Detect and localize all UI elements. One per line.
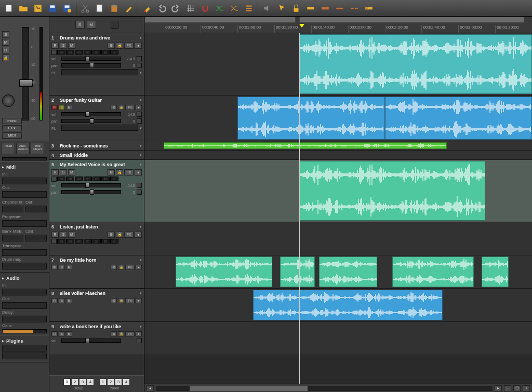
track-solo-button[interactable]: S	[59, 105, 65, 110]
setup-preset-button[interactable]: 4	[87, 379, 94, 386]
track-record-button[interactable]: R	[51, 331, 58, 336]
track-extra-button[interactable]: FX	[125, 298, 135, 303]
track-lane[interactable]	[144, 322, 532, 355]
track-name[interactable]: alles voller Flaechen	[60, 291, 138, 296]
new-doc-icon[interactable]	[94, 3, 105, 14]
header-solo-button[interactable]: S	[75, 21, 85, 29]
master-solo-button[interactable]: S	[2, 31, 9, 38]
track-lane[interactable]	[144, 96, 532, 141]
snap-icon[interactable]	[200, 3, 211, 14]
track-lane[interactable]	[144, 33, 532, 96]
midi-out-dropdown[interactable]	[2, 191, 47, 198]
track-solo-button[interactable]: S	[59, 298, 65, 303]
save-icon[interactable]	[47, 3, 58, 14]
track-extra-button[interactable]: ●	[135, 232, 142, 238]
track-record-button[interactable]: R	[51, 232, 59, 238]
audio-clip[interactable]	[482, 256, 509, 287]
audio-clip[interactable]	[176, 256, 273, 287]
track-solo-button[interactable]: S	[59, 331, 65, 336]
track-extra-button[interactable]: 🔒	[118, 265, 124, 270]
grid-icon[interactable]	[185, 3, 196, 14]
plugin-slot[interactable]	[2, 353, 47, 359]
track-name[interactable]: Drums invite and drive	[60, 35, 138, 40]
track-extra-button[interactable]: ⚙	[108, 232, 115, 238]
track-header[interactable]: 7Be my little horn▾RSM⚙🔒FX●	[49, 255, 144, 289]
track-extra-button[interactable]: ⚙	[108, 43, 115, 49]
track-solo-button[interactable]: S	[60, 169, 67, 175]
track-lane[interactable]	[144, 255, 532, 289]
track-name[interactable]: My Selected Voice is so great	[60, 162, 138, 167]
track-record-button[interactable]: R	[51, 43, 59, 49]
track-name[interactable]: Rock me - sometimes	[60, 143, 138, 148]
track-extra-button[interactable]: FX	[124, 232, 134, 238]
scroll-right-button[interactable]: ▸	[495, 385, 502, 391]
audio-clip[interactable]	[299, 161, 485, 221]
plugins-panel-header[interactable]: Plugins	[2, 337, 47, 345]
track-record-button[interactable]: R	[51, 298, 58, 303]
timeline-ruler[interactable]: 00:00:20:0000:00:40:0000:01:00:0000:01:2…	[144, 17, 532, 33]
vol-slider[interactable]	[61, 339, 121, 343]
midi-panel-header[interactable]: Midi	[2, 164, 47, 171]
paste-icon[interactable]	[109, 3, 120, 14]
track-header[interactable]: 6Listen, just listen▾RSM⚙🔒FX●60504030201…	[49, 222, 144, 255]
header-mute-button[interactable]: M	[87, 21, 96, 29]
zoom-preset-button[interactable]: 3	[115, 379, 122, 386]
audio-clip[interactable]	[385, 97, 532, 140]
track-mute-button[interactable]: M	[68, 169, 75, 175]
track-menu-icon[interactable]: ▾	[140, 225, 142, 229]
pan-slider[interactable]	[61, 190, 121, 194]
clip-lanes[interactable]	[144, 33, 532, 384]
slider-icon[interactable]	[137, 118, 142, 124]
track-menu-icon[interactable]: ▾	[140, 291, 142, 295]
track-solo-button[interactable]: S	[60, 232, 67, 238]
undo-icon[interactable]	[156, 3, 167, 14]
track-header[interactable]: 9write a book here if you like▾RSM⚙🔒FX●v…	[49, 322, 144, 355]
track-mute-button[interactable]: M	[66, 265, 72, 270]
track-menu-icon[interactable]: ▾	[140, 163, 142, 167]
pl-dropdown[interactable]	[61, 69, 138, 75]
track-menu-icon[interactable]: ▾	[140, 144, 142, 148]
open-folder-icon[interactable]	[18, 3, 29, 14]
pan-slider[interactable]	[61, 63, 121, 67]
audio-file-icon[interactable]	[32, 3, 44, 14]
track-extra-button[interactable]: ●	[136, 265, 142, 270]
track-extra-button[interactable]: 🔒	[118, 105, 124, 110]
track-extra-button[interactable]: ⚙	[111, 298, 117, 303]
track-header[interactable]: 5My Selected Voice is so great▾RSM⚙🔒FX●6…	[49, 160, 144, 222]
track-mute-button[interactable]: M	[66, 105, 72, 110]
slider-icon[interactable]	[137, 190, 142, 195]
mono-button[interactable]: mono	[2, 118, 22, 124]
track-extra-button[interactable]: ⚙	[111, 105, 117, 110]
scroll-thumb[interactable]	[156, 386, 493, 391]
scroll-left-button[interactable]: ◂	[147, 385, 154, 391]
midi-chin-dropdown[interactable]	[2, 206, 23, 212]
lock-icon[interactable]	[290, 3, 302, 14]
track-extra-button[interactable]: 🔒	[118, 298, 124, 303]
midi-msb-dropdown[interactable]	[2, 235, 23, 241]
track-extra-button[interactable]: 🔒	[116, 232, 123, 238]
midi-in-dropdown[interactable]	[2, 178, 47, 184]
track-extra-button[interactable]: 🔒	[116, 43, 123, 49]
track-menu-icon[interactable]: ▾	[140, 258, 142, 262]
fx-button[interactable]: FX ▾	[2, 125, 22, 131]
zoom-preset-button[interactable]: 4	[123, 379, 130, 386]
pl-dropdown[interactable]	[61, 125, 138, 131]
track-name[interactable]: Small Riddle	[60, 153, 138, 158]
h-scrollbar[interactable]: ◂ ▸ − ⊡ +	[144, 384, 532, 392]
track-extra-button[interactable]: ●	[136, 331, 142, 336]
midi-lsb-dropdown[interactable]	[25, 235, 47, 241]
track-extra-button[interactable]: ●	[135, 169, 142, 175]
slider-icon[interactable]	[137, 338, 142, 343]
master-mute-button[interactable]: M	[2, 39, 9, 46]
audio-clip[interactable]	[164, 142, 447, 149]
track-record-button[interactable]: R	[51, 105, 58, 110]
track-extra-button[interactable]: FX	[124, 43, 134, 49]
track-mute-button[interactable]: M	[66, 298, 72, 303]
master-lock-button[interactable]: 🔒	[2, 55, 9, 61]
audio-delay-dropdown[interactable]	[2, 316, 47, 322]
audio-clip[interactable]	[392, 256, 474, 287]
track-mute-button[interactable]: M	[66, 331, 72, 336]
crossfade-icon[interactable]	[214, 3, 225, 14]
redo-icon[interactable]	[170, 3, 182, 14]
track-header[interactable]: 2Super funky Guitar▾RSM⚙🔒FX●vol-14.9pan0…	[49, 96, 144, 141]
